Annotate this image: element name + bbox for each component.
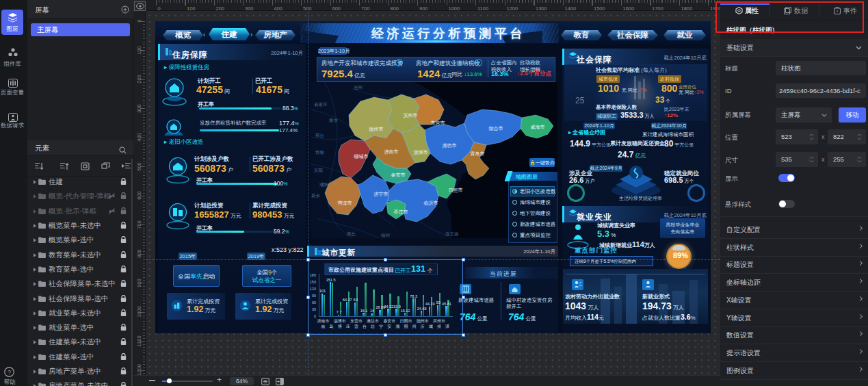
svg-text:濮阳: 濮阳: [319, 182, 328, 188]
svg-text:菏泽市: 菏泽市: [338, 200, 352, 206]
svg-text:青岛市: 青岛市: [471, 151, 485, 156]
svg-text:潍坊市: 潍坊市: [443, 142, 457, 149]
svg-text:临沂市: 临沂市: [424, 200, 438, 206]
svg-text:邢台: 邢台: [315, 133, 324, 138]
svg-text:济南市: 济南市: [384, 149, 399, 155]
svg-text:商丘: 商丘: [347, 231, 356, 236]
svg-text:德州市: 德州市: [369, 126, 384, 132]
svg-text:邯郸: 邯郸: [315, 150, 325, 155]
svg-text:聊城市: 聊城市: [354, 153, 369, 159]
svg-text:?: ?: [8, 369, 11, 376]
svg-text:石家庄: 石家庄: [314, 102, 328, 107]
svg-text:泰安市: 泰安市: [391, 172, 406, 178]
svg-text:衡水: 衡水: [329, 118, 339, 123]
svg-text:安阳: 安阳: [314, 168, 323, 173]
svg-text:济宁市: 济宁市: [374, 191, 389, 197]
svg-text:东营市: 东营市: [431, 120, 445, 126]
svg-text:滨州市: 滨州市: [404, 112, 418, 118]
svg-text:枣庄市: 枣庄市: [394, 209, 408, 215]
svg-text:威海市: 威海市: [531, 124, 545, 130]
svg-text:沧州: 沧州: [354, 85, 363, 90]
svg-text:徐州: 徐州: [381, 233, 390, 238]
svg-text:日照市: 日照市: [449, 187, 463, 193]
svg-text:新乡: 新乡: [311, 193, 321, 198]
svg-text:淄博市: 淄博市: [413, 149, 428, 155]
svg-text:连云港: 连云港: [445, 231, 459, 237]
svg-text:烟台市: 烟台市: [489, 125, 503, 131]
